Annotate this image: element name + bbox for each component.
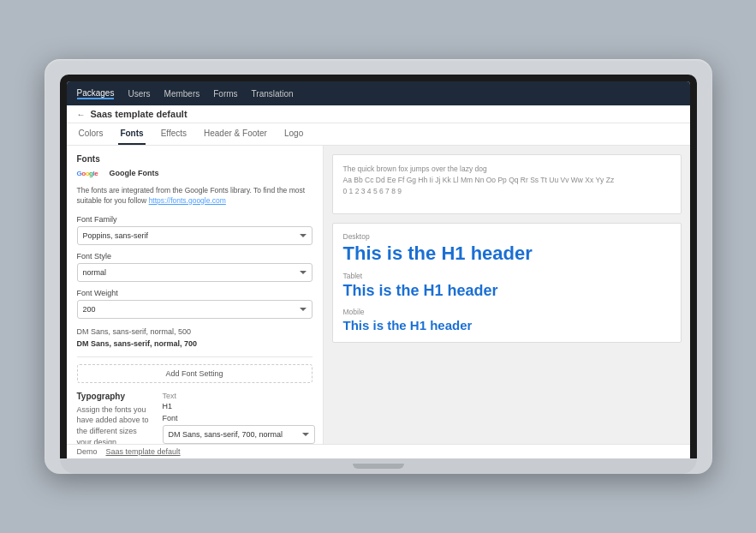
typography-desc: Assign the fonts you have added above to… bbox=[77, 404, 154, 444]
google-fonts-badge: Google Google Fonts bbox=[77, 167, 313, 179]
font-preset-list: DM Sans, sans-serif, normal, 500 DM Sans… bbox=[77, 326, 313, 350]
font-sample-line1: The quick brown fox jumps over the lazy … bbox=[343, 164, 670, 175]
font-style-label: Font Style bbox=[77, 252, 313, 261]
bottom-bar: Demo Saas template default bbox=[67, 444, 690, 458]
nav-item-packages[interactable]: Packages bbox=[77, 88, 115, 99]
nav-item-translation[interactable]: Translation bbox=[252, 89, 294, 99]
tab-header-footer[interactable]: Header & Footer bbox=[202, 123, 269, 145]
font-family-block: Font Family Poppins, sans-serif bbox=[77, 215, 313, 245]
fonts-section-title: Fonts bbox=[77, 154, 313, 164]
nav-item-users[interactable]: Users bbox=[128, 89, 150, 99]
tab-effects[interactable]: Effects bbox=[159, 123, 188, 145]
typography-label-col: Typography Assign the fonts you have add… bbox=[77, 392, 154, 444]
bottom-bar-template[interactable]: Saas template default bbox=[106, 447, 181, 456]
typo-tag: Text bbox=[163, 392, 316, 400]
laptop-notch bbox=[353, 464, 404, 469]
font-style-block: Font Style normal bbox=[77, 252, 313, 282]
add-font-button[interactable]: Add Font Setting bbox=[77, 364, 313, 383]
nav-item-forms[interactable]: Forms bbox=[213, 89, 237, 99]
h1-desktop-text: This is the H1 header bbox=[343, 243, 670, 265]
divider-1 bbox=[77, 356, 313, 357]
font-weight-block: Font Weight 200 bbox=[77, 289, 313, 319]
nav-item-members[interactable]: Members bbox=[164, 89, 200, 99]
sub-tabs: Colors Fonts Effects Header & Footer Log… bbox=[67, 123, 690, 146]
fonts-info: The fonts are integrated from the Google… bbox=[77, 186, 313, 207]
font-family-label: Font Family bbox=[77, 215, 313, 224]
font-weight-label: Font Weight bbox=[77, 289, 313, 297]
main-content: Fonts Google Google Fonts The fonts are … bbox=[67, 146, 690, 444]
left-panel: Fonts Google Google Fonts The fonts are … bbox=[67, 146, 324, 444]
desktop-device-label: Desktop bbox=[343, 232, 670, 241]
breadcrumb-bar: ← Saas template default bbox=[67, 105, 690, 123]
back-button[interactable]: ← bbox=[77, 110, 86, 119]
typo-h1: H1 bbox=[163, 402, 316, 410]
tablet-device-label: Tablet bbox=[343, 272, 670, 280]
google-logo: Google bbox=[77, 167, 104, 179]
font-sample-line2: Aa Bb Cc Dd Ee Ff Gg Hh Ii Jj Kk Ll Mm N… bbox=[343, 175, 670, 186]
font-sample-line3: 0 1 2 3 4 5 6 7 8 9 bbox=[343, 186, 670, 197]
page-title: Saas template default bbox=[91, 109, 188, 119]
font-preview-box: The quick brown fox jumps over the lazy … bbox=[332, 154, 682, 214]
google-fonts-label: Google Fonts bbox=[110, 169, 159, 177]
tab-colors[interactable]: Colors bbox=[77, 123, 105, 145]
font-preset-2: DM Sans, sans-serif, normal, 700 bbox=[77, 338, 313, 350]
top-nav: Packages Users Members Forms Translation bbox=[67, 81, 690, 105]
font-style-select[interactable]: normal bbox=[77, 263, 313, 282]
tab-logo[interactable]: Logo bbox=[283, 123, 305, 145]
font-weight-select[interactable]: 200 bbox=[77, 300, 313, 319]
typography-title: Typography bbox=[77, 392, 154, 401]
typo-font-label: Font bbox=[163, 414, 316, 422]
font-family-select[interactable]: Poppins, sans-serif bbox=[77, 226, 313, 245]
bottom-bar-demo[interactable]: Demo bbox=[77, 447, 98, 456]
font-preset-1: DM Sans, sans-serif, normal, 500 bbox=[77, 326, 313, 338]
typography-fields: Text H1 Font DM Sans, sans-serif, 700, n… bbox=[163, 392, 316, 444]
mobile-device-label: Mobile bbox=[343, 308, 670, 316]
typo-font-select[interactable]: DM Sans, sans-serif, 700, normal bbox=[163, 425, 316, 444]
h1-preview-box: Desktop This is the H1 header Tablet Thi… bbox=[332, 223, 682, 343]
right-panel: The quick brown fox jumps over the lazy … bbox=[324, 146, 690, 444]
tab-fonts[interactable]: Fonts bbox=[118, 123, 145, 145]
h1-tablet-text: This is the H1 header bbox=[343, 282, 670, 301]
google-fonts-link[interactable]: https://fonts.google.com bbox=[149, 196, 226, 205]
h1-mobile-text: This is the H1 header bbox=[343, 318, 670, 333]
typography-section: Typography Assign the fonts you have add… bbox=[77, 392, 313, 444]
